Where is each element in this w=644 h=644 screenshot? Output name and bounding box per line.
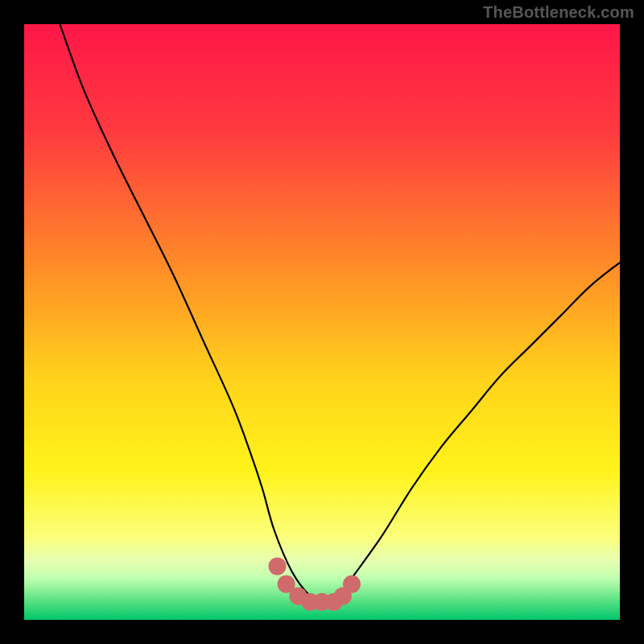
gradient-background bbox=[24, 24, 620, 620]
watermark-text: TheBottleneck.com bbox=[483, 3, 634, 22]
optimal-marker bbox=[269, 557, 287, 575]
chart-stage: TheBottleneck.com bbox=[0, 0, 644, 644]
chart-svg bbox=[0, 0, 644, 644]
optimal-marker bbox=[343, 576, 361, 593]
